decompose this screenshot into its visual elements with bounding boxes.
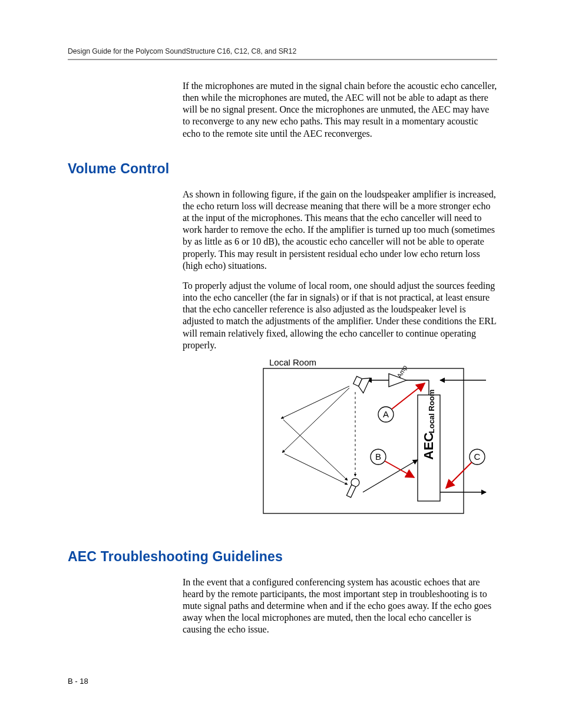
aec-diagram: Local Room AEC Local Room Amp	[262, 360, 497, 516]
figure-room-label: Local Room	[269, 360, 316, 367]
svg-line-9	[281, 386, 349, 419]
aec-trouble-p1: In the event that a configured conferenc…	[183, 577, 497, 636]
intro-paragraph: If the microphones are muted in the sign…	[183, 80, 497, 140]
svg-line-21	[385, 461, 414, 477]
figure-aec-main: AEC	[421, 432, 436, 460]
figure-callout-a: A	[383, 409, 389, 419]
figure-amp-label: Amp	[395, 364, 408, 379]
header-rule	[68, 59, 497, 60]
page-number: B - 18	[68, 677, 88, 686]
intro-block: If the microphones are muted in the sign…	[183, 80, 497, 140]
figure-aec-sub: Local Room	[427, 389, 436, 433]
svg-line-10	[282, 388, 349, 453]
heading-volume-control: Volume Control	[68, 161, 497, 177]
speaker-icon	[352, 373, 371, 393]
svg-line-23	[446, 462, 472, 488]
page: Design Guide for the Polycom SoundStruct…	[0, 0, 562, 728]
running-header: Design Guide for the Polycom SoundStruct…	[68, 47, 497, 55]
volume-control-p1: As shown in following figure, if the gai…	[183, 189, 497, 272]
svg-line-11	[283, 420, 348, 480]
svg-rect-15	[346, 485, 356, 498]
svg-line-12	[285, 454, 348, 485]
figure-callout-b: B	[375, 452, 381, 462]
figure-callout-c: C	[474, 452, 481, 462]
heading-aec-troubleshooting: AEC Troubleshooting Guidelines	[68, 549, 497, 565]
aec-trouble-body: In the event that a configured conferenc…	[183, 577, 497, 636]
volume-control-p2: To properly adjust the volume of local r…	[183, 280, 497, 351]
volume-control-body: As shown in following figure, if the gai…	[183, 189, 497, 351]
